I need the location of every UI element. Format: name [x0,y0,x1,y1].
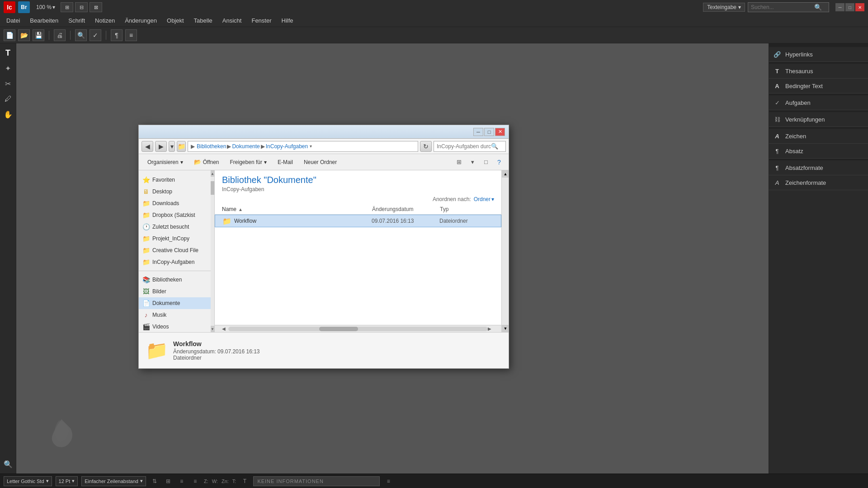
menu-bearbeiten[interactable]: Bearbeiten [25,15,63,26]
sidebar-item-creative-cloud[interactable]: 📁 Creative Cloud File [139,244,211,256]
sidebar-item-bibliotheken[interactable]: 📚 Bibliotheken [139,274,211,286]
menu-aenderungen[interactable]: Änderungen [120,15,161,26]
sidebar-item-desktop[interactable]: 🖥 Desktop [139,186,211,197]
layout-button[interactable]: ⊞ [163,476,173,486]
addr-incopy[interactable]: InCopy-Aufgaben [266,143,308,150]
new-folder-button[interactable]: Neuer Ordner [299,156,342,168]
menu-fenster[interactable]: Fenster [247,15,276,26]
addr-bibliotheken[interactable]: Bibliotheken [197,143,226,150]
spellcheck-button[interactable]: ✓ [90,29,101,41]
scroll-down-button[interactable]: ▼ [211,326,214,332]
dialog-search-bar[interactable]: 🔍 [434,141,506,152]
view-btn-1[interactable]: ⊞ [61,2,73,12]
addr-dropdown-arrow[interactable]: ▾ [310,144,312,149]
save-button[interactable]: 💾 [33,29,44,41]
view-mode-button[interactable]: ⊞ [453,156,465,168]
search-bar[interactable]: 🔍 [748,2,829,12]
panel-aufgaben-header[interactable]: ✓ Aufgaben [769,95,868,110]
menu-tabelle[interactable]: Tabelle [189,15,217,26]
help-button[interactable]: ? [493,156,505,168]
sidebar-item-musik[interactable]: ♪ Musik [139,309,211,321]
addr-dokumente[interactable]: Dokumente [232,143,259,150]
new-doc-button[interactable]: 📄 [4,29,15,41]
panel-verknupfungen-header[interactable]: ⛓ Verknüpfungen [769,112,868,127]
search-input[interactable] [751,4,814,10]
scroll-right-button[interactable]: ▶ [488,326,494,331]
scissors-tool-icon[interactable]: ✂ [2,78,14,89]
vscroll-up-button[interactable]: ▲ [502,170,509,178]
sidebar-item-bilder[interactable]: 🖼 Bilder [139,286,211,297]
panel-thesaurus-header[interactable]: T Thesaurus [769,64,868,78]
dialog-search-input[interactable] [437,143,491,150]
menu-schrift[interactable]: Schrift [64,15,90,26]
sidebar-item-videos[interactable]: 🎬 Videos [139,321,211,332]
share-button[interactable]: Freigeben für ▾ [225,156,272,168]
menu-ansicht[interactable]: Ansicht [218,15,246,26]
texteingabe-dropdown[interactable]: Texteingabe ▾ [703,3,745,12]
address-path[interactable]: ▶ Bibliotheken ▶ Dokumente ▶ InCopy-Aufg… [188,141,418,152]
sidebar-item-incopy-aufgaben[interactable]: 📁 InCopy-Aufgaben [139,256,211,268]
settings-icon[interactable]: ≡ [383,476,393,486]
horizontal-scrollbar[interactable]: ◀ ▶ [215,325,501,332]
dialog-close-button[interactable]: ✕ [495,128,505,136]
email-button[interactable]: E-Mail [273,156,298,168]
view-btn-3[interactable]: ⊠ [90,2,102,12]
search-button[interactable]: 🔍 [75,29,87,41]
panel-zeichenformate-header[interactable]: A Zeichenformate [769,175,868,190]
sidebar-item-recent[interactable]: 🕐 Zuletzt besucht [139,221,211,233]
font-dropdown[interactable]: Letter Gothic Std ▾ [4,476,52,486]
size-dropdown[interactable]: 12 Pt ▾ [56,476,78,486]
sidebar-item-projekt[interactable]: 📁 Projekt_InCopy [139,233,211,244]
align-left-button[interactable]: ≡ [177,476,187,486]
sidebar-scrollbar[interactable]: ▲ ▼ [211,170,214,332]
sidebar-item-downloads[interactable]: 📁 Downloads [139,197,211,209]
sidebar-item-favoriten[interactable]: ⭐ Favoriten [139,174,211,186]
sidebar-item-dropbox[interactable]: 📁 Dropbox (Satzkist [139,209,211,221]
table-row[interactable]: 📁 Workflow 09.07.2016 16:13 Dateiordner [215,215,501,227]
name-column-header[interactable]: Name ▲ [222,206,372,212]
vscroll-down-button[interactable]: ▼ [502,325,509,332]
view-btn-2[interactable]: ⊟ [75,2,88,12]
recent-nav-button[interactable]: ▾ [169,141,175,152]
scroll-thumb[interactable] [211,181,214,195]
hscroll-track[interactable] [228,327,488,331]
menu-notizen[interactable]: Notizen [90,15,119,26]
align-right-button[interactable]: ≡ [190,476,200,486]
panel-zeichen-header[interactable]: A Zeichen [769,129,868,143]
scroll-left-button[interactable]: ◀ [222,326,228,331]
text-tool-icon[interactable]: T [2,47,14,59]
para-button[interactable]: ¶ [111,29,123,41]
dialog-maximize-button[interactable]: □ [484,128,494,136]
text-mode-icon[interactable]: T [240,476,250,486]
organise-button[interactable]: Organisieren ▾ [142,156,188,168]
menu-datei[interactable]: Datei [2,15,24,26]
maximize-button[interactable]: □ [845,3,854,11]
panel-hyperlinks-header[interactable]: 🔗 Hyperlinks [769,47,868,61]
hand-tool-icon[interactable]: ✋ [2,108,14,120]
zoom-control[interactable]: 100 % ▾ [36,4,55,10]
menu-objekt[interactable]: Objekt [162,15,189,26]
align-button[interactable]: ≡ [125,29,137,41]
print-button[interactable]: 🖨 [54,29,66,41]
selection-tool-icon[interactable]: ✦ [2,62,14,74]
refresh-button[interactable]: ↻ [420,141,432,152]
close-button[interactable]: ✕ [855,3,864,11]
folder-icon-btn[interactable]: 📁 [177,141,186,152]
sort-dropdown[interactable]: Ordner ▾ [474,196,494,202]
para-mode-button[interactable]: ⇅ [150,476,160,486]
dialog-minimize-button[interactable]: ─ [473,128,483,136]
preview-button[interactable]: □ [480,156,492,168]
back-button[interactable]: ◀ [142,141,153,152]
minimize-button[interactable]: ─ [835,3,844,11]
panel-absatzformate-header[interactable]: ¶ Absatzformate [769,160,868,175]
sidebar-item-dokumente[interactable]: 📄 Dokumente [139,297,211,309]
forward-button[interactable]: ▶ [155,141,167,152]
panel-absatz-header[interactable]: ¶ Absatz [769,144,868,158]
open-button[interactable]: 📂 [18,29,30,41]
content-vscroll[interactable]: ▲ ▼ [501,170,509,332]
eyedropper-tool-icon[interactable]: 🖊 [2,93,14,105]
view-detail-button[interactable]: ▾ [466,156,479,168]
menu-hilfe[interactable]: Hilfe [277,15,298,26]
open-file-button[interactable]: 📂 Öffnen [189,156,224,168]
zoom-tool-icon[interactable]: 🔍 [2,458,14,470]
